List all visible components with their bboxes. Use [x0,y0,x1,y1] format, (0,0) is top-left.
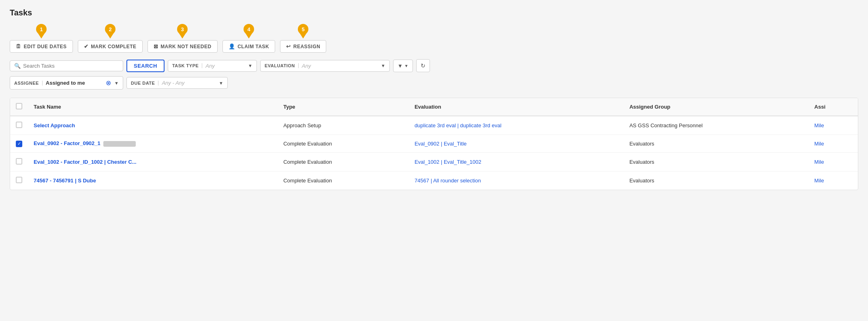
mark-complete-wrap: 2 ✔ MARK COMPLETE [78,24,143,53]
page-title: Tasks [10,8,858,17]
table-row: Eval_0902 - Factor_0902_1 Complete Evalu… [10,135,858,153]
due-date-filter[interactable]: DUE DATE Any - Any ▼ [126,77,228,89]
col-task-name: Task Name [28,98,278,116]
assignee-arrow-icon: ▼ [114,81,119,86]
row3-type: Complete Evaluation [278,152,409,171]
row2-task-name: Eval_0902 - Factor_0902_1 [28,135,278,153]
svg-marker-13 [299,33,307,39]
mark-not-needed-wrap: 3 ⊠ MARK NOT NEEDED [148,24,218,53]
row2-redact [103,141,136,147]
toolbar: 1 🗓 EDIT DUE DATES 2 ✔ MARK COMPLETE [10,24,858,53]
row3-task-name: Eval_1002 - Factor_ID_1002 | Chester C..… [28,152,278,171]
person-add-icon: 👤 [229,43,235,49]
claim-task-wrap: 4 👤 CLAIM TASK [222,24,276,53]
row2-checkbox[interactable] [16,141,22,147]
svg-marker-1 [38,33,45,39]
col-evaluation: Evaluation [409,98,624,116]
reassign-wrap: 5 ↩ REASSIGN [280,24,326,53]
row1-evaluation: duplicate 3rd eval | duplicate 3rd eval [409,116,624,135]
row3-checkbox[interactable] [16,158,22,165]
funnel-icon: ▼ [398,63,403,69]
mark-not-needed-button[interactable]: ⊠ MARK NOT NEEDED [148,40,218,53]
row4-assignee: Mile [809,171,858,190]
col-assigned-group: Assigned Group [624,98,808,116]
svg-marker-4 [107,33,114,39]
advanced-filter-button[interactable]: ▼ ▼ [393,60,413,72]
col-assignee: Assi [809,98,858,116]
col-type: Type [278,98,409,116]
svg-text:1: 1 [40,26,43,32]
row4-type: Complete Evaluation [278,171,409,190]
row4-evaluation: 74567 | All rounder selection [409,171,624,190]
search-input-wrap: 🔍 [10,60,123,71]
row1-type: Approach Setup [278,116,409,135]
x-box-icon: ⊠ [154,43,158,49]
evaluation-filter[interactable]: EVALUATION Any ▼ [260,60,390,72]
svg-marker-10 [245,33,252,39]
check-icon: ✔ [84,43,89,49]
task-type-arrow-icon: ▼ [248,63,252,68]
tasks-table: Task Name Type Evaluation Assigned Group… [10,98,858,190]
table-row: Eval_1002 - Factor_ID_1002 | Chester C..… [10,152,858,171]
svg-text:4: 4 [247,26,250,32]
row1-task-link[interactable]: Select Approach [34,122,75,128]
evaluation-label: EVALUATION [265,63,299,68]
row3-task-link[interactable]: Eval_1002 - Factor_ID_1002 | Chester C..… [34,159,137,165]
row4-assigned-group: Evaluators [624,171,808,190]
edit-due-dates-button[interactable]: 🗓 EDIT DUE DATES [10,40,73,53]
assignee-clear-icon[interactable]: ⊗ [106,79,111,87]
task-type-value: Any [205,63,245,69]
row2-eval-link[interactable]: Eval_0902 | Eval_Title [415,141,467,147]
row1-task-name: Select Approach [28,116,278,135]
row4-task-link[interactable]: 74567 - 7456791 | S Dube [34,178,96,184]
mark-complete-button[interactable]: ✔ MARK COMPLETE [78,40,143,53]
svg-text:3: 3 [181,26,184,32]
row4-eval-link[interactable]: 74567 | All rounder selection [415,178,481,184]
reassign-icon: ↩ [286,43,291,49]
evaluation-value: Any [302,63,378,69]
table-row: 74567 - 7456791 | S Dube Complete Evalua… [10,171,858,190]
assignee-value: Assigned to me [46,80,103,86]
filter-row-1: 🔍 SEARCH TASK TYPE Any ▼ EVALUATION Any … [10,59,858,72]
evaluation-arrow-icon: ▼ [381,63,385,68]
row1-checkbox[interactable] [16,122,22,128]
svg-text:2: 2 [109,26,111,32]
edit-due-dates-wrap: 1 🗓 EDIT DUE DATES [10,24,73,53]
reassign-button[interactable]: ↩ REASSIGN [280,40,326,53]
row2-assigned-group: Evaluators [624,135,808,153]
tasks-table-wrap: Task Name Type Evaluation Assigned Group… [10,98,858,190]
svg-text:5: 5 [302,26,305,32]
due-date-label: DUE DATE [131,81,158,86]
refresh-button[interactable]: ↻ [416,59,430,72]
row3-assignee: Mile [809,152,858,171]
select-all-checkbox[interactable] [16,103,22,109]
search-input[interactable] [23,63,104,69]
due-date-value: Any - Any [162,80,216,86]
table-header-row: Task Name Type Evaluation Assigned Group… [10,98,858,116]
row1-eval-link[interactable]: duplicate 3rd eval | duplicate 3rd eval [415,122,501,128]
row3-evaluation: Eval_1002 | Eval_Title_1002 [409,152,624,171]
header-checkbox-cell [10,98,28,116]
row2-type: Complete Evaluation [278,135,409,153]
claim-task-button[interactable]: 👤 CLAIM TASK [222,40,276,53]
row2-checkbox-cell [10,135,28,153]
assignee-label: ASSIGNEE [14,81,43,86]
filter-caret: ▼ [404,64,408,68]
row1-assignee: Mile [809,116,858,135]
task-type-label: TASK TYPE [172,63,202,68]
task-type-filter[interactable]: TASK TYPE Any ▼ [168,60,257,72]
table-row: Select Approach Approach Setup duplicate… [10,116,858,135]
assignee-filter[interactable]: ASSIGNEE Assigned to me ⊗ ▼ [10,76,123,90]
search-icon: 🔍 [14,63,21,69]
svg-marker-7 [179,33,186,39]
search-button[interactable]: SEARCH [126,60,165,72]
row2-assignee: Mile [809,135,858,153]
row4-checkbox[interactable] [16,177,22,183]
row2-task-link[interactable]: Eval_0902 - Factor_0902_1 [34,140,100,146]
row3-checkbox-cell [10,152,28,171]
row4-task-name: 74567 - 7456791 | S Dube [28,171,278,190]
row1-checkbox-cell [10,116,28,135]
row3-eval-link[interactable]: Eval_1002 | Eval_Title_1002 [415,159,481,165]
row2-evaluation: Eval_0902 | Eval_Title [409,135,624,153]
filter-row-2: ASSIGNEE Assigned to me ⊗ ▼ DUE DATE Any… [10,76,858,90]
